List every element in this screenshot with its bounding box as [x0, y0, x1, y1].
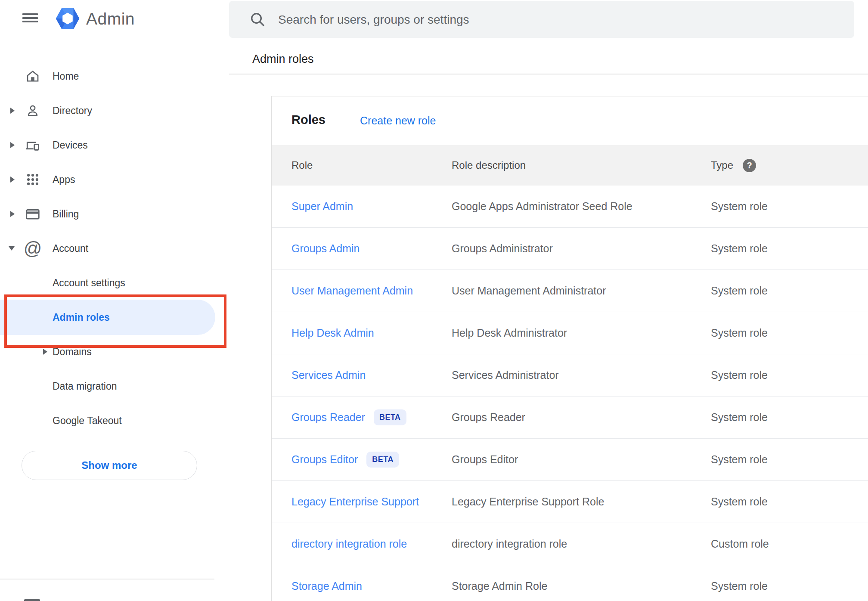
- sidebar-item-label: Account: [53, 243, 88, 254]
- sidebar-item-label: Devices: [53, 139, 88, 151]
- role-description: directory integration role: [452, 538, 711, 550]
- sidebar: Admin Home Directory: [0, 0, 228, 601]
- role-description: Groups Reader: [452, 411, 711, 424]
- menu-icon[interactable]: [22, 13, 38, 22]
- role-type: Custom role: [711, 538, 868, 550]
- role-type: System role: [711, 200, 868, 213]
- panel-header: Roles Create new role: [272, 96, 868, 145]
- sidebar-divider: [0, 579, 214, 579]
- show-more-button[interactable]: Show more: [22, 451, 197, 480]
- role-type: System role: [711, 242, 868, 255]
- role-type: System role: [711, 285, 868, 297]
- table-row: Services Admin Services Administrator Sy…: [272, 354, 868, 397]
- table-row: User Management Admin User Management Ad…: [272, 270, 868, 312]
- role-link[interactable]: Help Desk Admin: [291, 327, 374, 339]
- search-icon: [249, 11, 266, 28]
- header-divider: [229, 74, 868, 74]
- chevron-right-icon: [10, 108, 15, 114]
- column-header-type: Type ?: [711, 159, 868, 172]
- role-description: Groups Editor: [452, 453, 711, 466]
- at-sign-icon: @: [24, 240, 41, 257]
- beta-badge: BETA: [366, 452, 399, 468]
- sidebar-item-label: Google Takeout: [53, 415, 122, 427]
- column-header-description: Role description: [452, 159, 711, 171]
- column-header-type-label: Type: [711, 159, 733, 171]
- person-icon: [24, 102, 41, 119]
- role-link[interactable]: Super Admin: [291, 200, 353, 213]
- sidebar-item-directory[interactable]: Directory: [0, 93, 228, 128]
- panel-title: Roles: [291, 113, 326, 127]
- role-type: System role: [711, 369, 868, 381]
- sidebar-item-account[interactable]: @ Account: [0, 231, 228, 266]
- app-title: Admin: [86, 9, 135, 28]
- chevron-right-icon: [10, 211, 15, 217]
- admin-logo-icon: [55, 6, 80, 31]
- sidebar-item-devices[interactable]: Devices: [0, 128, 228, 162]
- role-type: System role: [711, 411, 868, 424]
- credit-card-icon: [24, 205, 41, 223]
- role-link[interactable]: Storage Admin: [291, 580, 362, 592]
- sidebar-item-home[interactable]: Home: [0, 59, 228, 93]
- role-type: System role: [711, 580, 868, 592]
- clipped-icon-fragment: [24, 599, 40, 601]
- sidebar-item-label: Directory: [53, 105, 92, 117]
- table-row: Legacy Enterprise Support Legacy Enterpr…: [272, 481, 868, 523]
- google-admin-console: Admin Home Directory: [0, 0, 868, 601]
- sidebar-item-label: Domains: [53, 346, 92, 358]
- role-description: Services Administrator: [452, 369, 711, 381]
- sidebar-item-domains[interactable]: Domains: [0, 335, 228, 369]
- role-description: Help Desk Administrator: [452, 327, 711, 339]
- sidebar-header: Admin: [0, 0, 228, 39]
- role-type: System role: [711, 496, 868, 508]
- home-icon: [24, 68, 41, 85]
- beta-badge: BETA: [374, 409, 406, 425]
- role-description: Legacy Enterprise Support Role: [452, 496, 711, 508]
- role-link[interactable]: Services Admin: [291, 369, 366, 381]
- sidebar-nav: Home Directory Devices: [0, 59, 228, 480]
- help-icon[interactable]: ?: [743, 159, 756, 172]
- role-link[interactable]: Groups Admin: [291, 242, 360, 255]
- chevron-right-icon: [10, 177, 15, 183]
- sidebar-item-label: Account settings: [53, 277, 125, 289]
- sidebar-item-billing[interactable]: Billing: [0, 197, 228, 231]
- chevron-right-icon: [10, 142, 15, 148]
- chevron-right-icon: [43, 349, 47, 355]
- sidebar-item-google-takeout[interactable]: Google Takeout: [0, 403, 228, 438]
- table-row: Super Admin Google Apps Administrator Se…: [272, 186, 868, 228]
- table-row: Help Desk Admin Help Desk Administrator …: [272, 312, 868, 354]
- role-type: System role: [711, 327, 868, 339]
- sidebar-item-apps[interactable]: Apps: [0, 162, 228, 197]
- breadcrumb: Admin roles: [252, 53, 314, 66]
- table-row: Storage Admin Storage Admin Role System …: [272, 565, 868, 601]
- role-link[interactable]: Groups Reader: [291, 411, 365, 424]
- chevron-down-icon: [9, 246, 15, 251]
- sidebar-item-label: Billing: [53, 208, 79, 220]
- role-description: Storage Admin Role: [452, 580, 711, 592]
- roles-panel: Roles Create new role Role Role descript…: [271, 96, 868, 601]
- table-row: directory integration role directory int…: [272, 523, 868, 565]
- table-row: Groups Admin Groups Administrator System…: [272, 228, 868, 270]
- column-header-role: Role: [291, 159, 452, 171]
- sidebar-item-label: Apps: [53, 174, 75, 186]
- role-link[interactable]: Groups Editor: [291, 453, 358, 466]
- sidebar-item-account-settings[interactable]: Account settings: [0, 266, 228, 300]
- apps-grid-icon: [24, 171, 41, 188]
- role-link[interactable]: Legacy Enterprise Support: [291, 496, 419, 508]
- table-header: Role Role description Type ?: [272, 145, 868, 186]
- devices-icon: [24, 136, 41, 154]
- sidebar-item-label: Admin roles: [53, 312, 110, 323]
- role-link[interactable]: User Management Admin: [291, 285, 413, 297]
- search-input[interactable]: [277, 1, 839, 39]
- sidebar-item-label: Data migration: [53, 381, 117, 392]
- sidebar-item-data-migration[interactable]: Data migration: [0, 369, 228, 403]
- role-description: Google Apps Administrator Seed Role: [452, 200, 711, 213]
- role-type: System role: [711, 453, 868, 466]
- table-row: Groups Reader BETA Groups Reader System …: [272, 397, 868, 439]
- role-description: User Management Administrator: [452, 285, 711, 297]
- sidebar-item-admin-roles[interactable]: Admin roles: [0, 300, 228, 335]
- role-link[interactable]: directory integration role: [291, 538, 407, 550]
- sidebar-item-label: Home: [53, 71, 79, 82]
- search-bar[interactable]: [229, 1, 854, 38]
- create-new-role-link[interactable]: Create new role: [360, 115, 436, 127]
- table-row: Groups Editor BETA Groups Editor System …: [272, 439, 868, 481]
